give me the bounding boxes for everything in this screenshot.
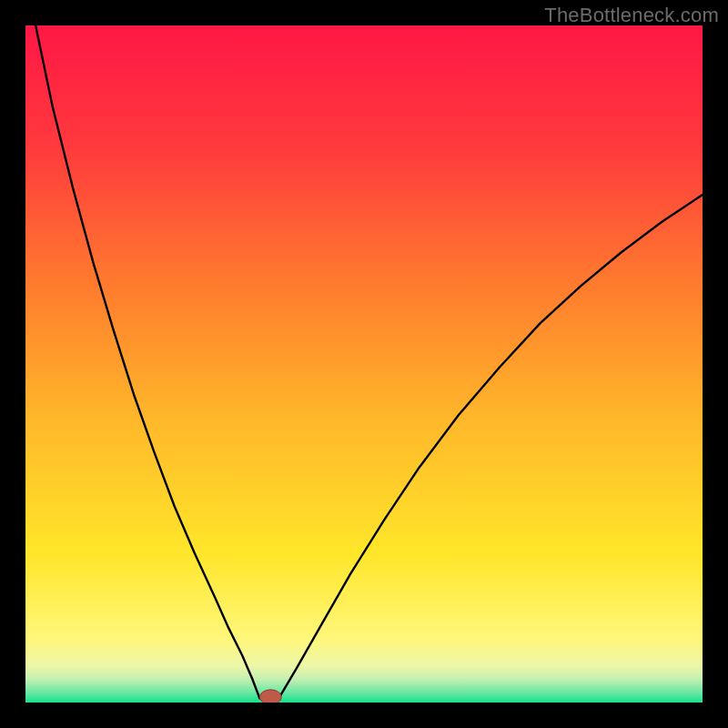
plot-area (25, 25, 703, 703)
bottleneck-curve-chart (25, 25, 703, 703)
chart-stage: TheBottleneck.com (0, 0, 728, 728)
gradient-background (25, 25, 703, 703)
watermark-label: TheBottleneck.com (544, 4, 719, 27)
optimal-point-marker (259, 690, 281, 703)
